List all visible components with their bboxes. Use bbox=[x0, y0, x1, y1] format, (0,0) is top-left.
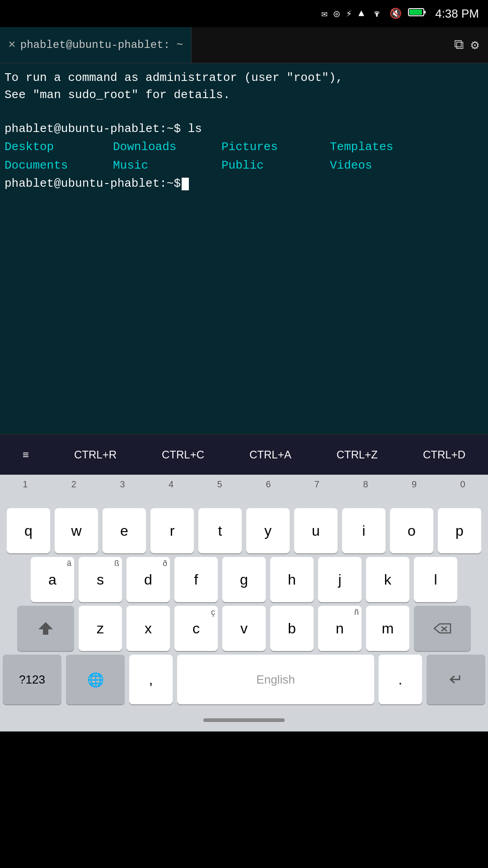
tab-close-button[interactable]: × bbox=[8, 38, 16, 52]
prompt-text: phablet@ubuntu-phablet:~$ bbox=[5, 175, 181, 193]
svg-rect-3 bbox=[424, 11, 426, 14]
key-3[interactable]: 3 bbox=[99, 477, 146, 506]
key-o[interactable]: o bbox=[390, 508, 433, 553]
terminal-tab[interactable]: × phablet@ubuntu-phablet: ~ bbox=[0, 27, 192, 63]
ctrl-z-button[interactable]: CTRL+Z bbox=[331, 445, 383, 465]
key-t[interactable]: t bbox=[198, 508, 242, 553]
tab-title: phablet@ubuntu-phablet: ~ bbox=[20, 39, 183, 51]
num-switch-key[interactable]: ?123 bbox=[3, 655, 61, 704]
key-1[interactable]: 1 bbox=[2, 477, 49, 506]
ctrl-d-button[interactable]: CTRL+D bbox=[418, 445, 471, 465]
email-icon: ✉ bbox=[321, 8, 327, 20]
admin-message-line2: See "man sudo_root" for details. bbox=[5, 87, 483, 104]
ls-item-templates: Templates bbox=[330, 138, 438, 157]
terminal-content[interactable]: To run a command as administrator (user … bbox=[0, 63, 488, 434]
key-a[interactable]: äa bbox=[31, 557, 74, 602]
key-6[interactable]: 6 bbox=[245, 477, 292, 506]
copy-button[interactable]: ⧉ bbox=[454, 38, 464, 53]
zxcv-row: z x çc v b ñn m bbox=[0, 604, 488, 653]
key-8[interactable]: 8 bbox=[342, 477, 389, 506]
key-q[interactable]: q bbox=[7, 508, 50, 553]
current-prompt: phablet@ubuntu-phablet:~$ bbox=[5, 175, 483, 193]
key-r[interactable]: r bbox=[150, 508, 194, 553]
key-c[interactable]: çc bbox=[174, 606, 218, 651]
ctrl-r-button[interactable]: CTRL+R bbox=[69, 445, 122, 465]
key-k[interactable]: k bbox=[366, 557, 409, 602]
key-f[interactable]: f bbox=[174, 557, 218, 602]
ls-output: Desktop Downloads Pictures Templates Doc… bbox=[5, 138, 483, 175]
signal-icon: ▲ bbox=[358, 8, 364, 19]
key-x[interactable]: x bbox=[127, 606, 170, 651]
key-s[interactable]: ßs bbox=[79, 557, 122, 602]
number-row: 1 2 3 4 5 6 7 8 9 0 bbox=[0, 475, 488, 506]
key-h[interactable]: h bbox=[270, 557, 314, 602]
ls-command-line: phablet@ubuntu-phablet:~$ ls bbox=[5, 121, 483, 138]
globe-key[interactable]: 🌐 bbox=[66, 655, 125, 704]
status-time: 4:38 PM bbox=[435, 7, 479, 21]
key-p[interactable]: p bbox=[438, 508, 481, 553]
key-v[interactable]: v bbox=[222, 606, 266, 651]
admin-message-line1: To run a command as administrator (user … bbox=[5, 70, 483, 87]
key-0[interactable]: 0 bbox=[439, 477, 486, 506]
key-4[interactable]: 4 bbox=[148, 477, 195, 506]
location-icon: ◎ bbox=[333, 8, 339, 20]
ls-item-desktop: Desktop bbox=[5, 138, 113, 157]
key-5[interactable]: 5 bbox=[196, 477, 243, 506]
key-w[interactable]: w bbox=[55, 508, 98, 553]
key-2[interactable]: 2 bbox=[51, 477, 98, 506]
key-b[interactable]: b bbox=[270, 606, 314, 651]
key-i[interactable]: i bbox=[342, 508, 385, 553]
svg-point-0 bbox=[376, 15, 378, 17]
comma-key[interactable]: , bbox=[129, 655, 173, 704]
key-l[interactable]: l bbox=[414, 557, 457, 602]
ls-item-downloads: Downloads bbox=[113, 138, 221, 157]
key-z[interactable]: z bbox=[79, 606, 122, 651]
terminal-container: × phablet@ubuntu-phablet: ~ ⧉ ⚙ To run a… bbox=[0, 27, 488, 434]
qwerty-row: q w e r t y u i o p bbox=[0, 506, 488, 555]
home-indicator bbox=[0, 709, 488, 731]
shortcut-bar: ≡ CTRL+R CTRL+C CTRL+A CTRL+Z CTRL+D bbox=[0, 434, 488, 475]
key-g[interactable]: g bbox=[222, 557, 266, 602]
key-d[interactable]: ðd bbox=[127, 557, 170, 602]
svg-rect-2 bbox=[409, 9, 422, 15]
status-bar: ✉ ◎ ⚡ ▲ 🔇 4:38 PM bbox=[0, 0, 488, 27]
tab-actions: ⧉ ⚙ bbox=[454, 37, 488, 53]
key-u[interactable]: u bbox=[294, 508, 338, 553]
key-7[interactable]: 7 bbox=[294, 477, 341, 506]
blank-line bbox=[5, 104, 483, 121]
ls-item-videos: Videos bbox=[330, 156, 438, 175]
key-e[interactable]: e bbox=[103, 508, 146, 553]
space-key[interactable]: English bbox=[177, 655, 374, 704]
tab-bar: × phablet@ubuntu-phablet: ~ ⧉ ⚙ bbox=[0, 27, 488, 63]
backspace-key[interactable] bbox=[414, 606, 471, 651]
mute-icon: 🔇 bbox=[389, 8, 402, 20]
ctrl-a-button[interactable]: CTRL+A bbox=[244, 445, 297, 465]
ls-item-music: Music bbox=[113, 156, 221, 175]
key-j[interactable]: j bbox=[318, 557, 361, 602]
keyboard: 1 2 3 4 5 6 7 8 9 0 q w e r t y u i o p … bbox=[0, 475, 488, 709]
bottom-row: ?123 🌐 , English . bbox=[0, 653, 488, 709]
key-m[interactable]: m bbox=[366, 606, 409, 651]
battery-icon bbox=[408, 7, 426, 20]
asdf-row: äa ßs ðd f g h j k l bbox=[0, 555, 488, 604]
ls-item-documents: Documents bbox=[5, 156, 113, 175]
period-key[interactable]: . bbox=[379, 655, 422, 704]
ctrl-c-button[interactable]: CTRL+C bbox=[156, 445, 210, 465]
settings-button[interactable]: ⚙ bbox=[471, 37, 479, 53]
key-n[interactable]: ñn bbox=[318, 606, 361, 651]
key-y[interactable]: y bbox=[246, 508, 290, 553]
bluetooth-icon: ⚡ bbox=[346, 8, 352, 20]
home-bar bbox=[203, 718, 285, 722]
wifi-icon bbox=[371, 7, 383, 20]
shift-key[interactable] bbox=[17, 606, 74, 651]
enter-key[interactable] bbox=[427, 655, 485, 704]
ls-item-public: Public bbox=[221, 156, 330, 175]
ls-item-pictures: Pictures bbox=[221, 138, 330, 157]
cursor bbox=[182, 178, 189, 190]
key-9[interactable]: 9 bbox=[391, 477, 438, 506]
menu-button[interactable]: ≡ bbox=[17, 445, 34, 465]
